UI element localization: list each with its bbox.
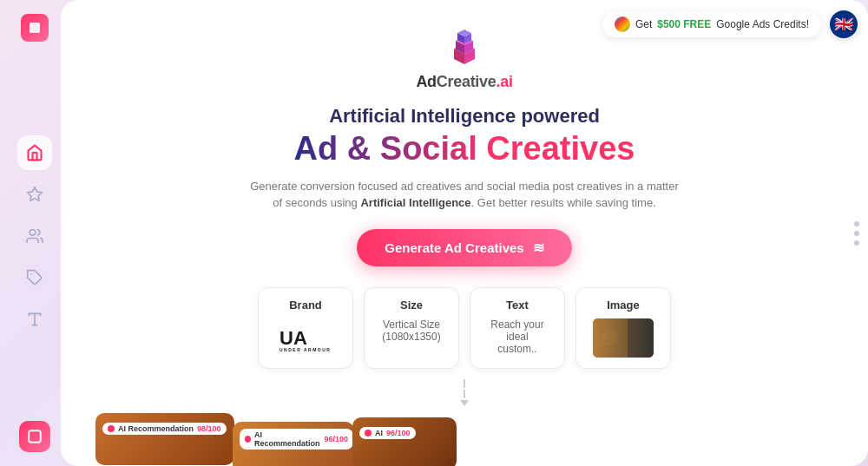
flow-arrow — [460, 379, 469, 406]
badge3-text: AI — [375, 429, 383, 437]
arrow-line-2 — [464, 390, 465, 398]
dot-3 — [854, 240, 859, 246]
svg-marker-1 — [28, 187, 43, 201]
brand-card-header: Brand — [289, 299, 322, 312]
svg-point-2 — [30, 230, 36, 236]
cards-row: Brand UA UNDER ARMOUR Size Vertical Size… — [258, 287, 671, 369]
ai-dot — [108, 425, 115, 432]
text-card-header: Text — [506, 299, 529, 312]
sidebar-bottom-icon[interactable] — [19, 421, 50, 452]
text-card-body: Reach your ideal custom.. — [490, 318, 543, 355]
sidebar-logo-icon — [21, 14, 49, 42]
image-thumbnail — [593, 318, 654, 358]
ai-recommendation-badge-3: AI 96/100 — [359, 427, 416, 439]
ai-dot-3 — [365, 430, 372, 436]
dot-2 — [854, 231, 859, 236]
cta-label: Generate Ad Creatives — [385, 240, 523, 255]
google-ads-highlight: $500 FREE — [657, 18, 711, 30]
badge1-text: AI Recommendation — [118, 424, 194, 433]
preview-bar: AI Recommendation 98/100 AI Recommendati… — [78, 413, 851, 466]
ai-recommendation-badge-2: AI Recommendation 96/100 — [240, 429, 353, 450]
hero-description: Generate conversion focused ad creatives… — [247, 178, 681, 212]
google-ads-icon — [615, 16, 630, 32]
svg-rect-18 — [593, 318, 654, 358]
cta-icon: ≋ — [533, 240, 544, 256]
text-card[interactable]: Text Reach your ideal custom.. — [470, 287, 565, 369]
google-ads-suffix: Google Ads Credits! — [716, 18, 809, 30]
hero-desc-suffix: . Get better results while saving time. — [471, 196, 656, 209]
hero-title: Ad & Social Creatives — [294, 131, 635, 167]
sidebar-item-favorites[interactable] — [17, 177, 52, 212]
sidebar-item-tags[interactable] — [17, 260, 52, 295]
preview-card-1: AI Recommendation 98/100 — [95, 413, 234, 465]
badge3-score: 96/100 — [386, 429, 411, 437]
dot-1 — [854, 221, 859, 226]
svg-rect-19 — [593, 318, 628, 358]
flag-emoji: 🇬🇧 — [834, 15, 853, 34]
ai-dot-2 — [245, 436, 251, 443]
badge2-text: AI Recommendation — [254, 430, 320, 448]
generate-ad-creatives-button[interactable]: Generate Ad Creatives ≋ — [357, 229, 571, 266]
sidebar — [0, 0, 69, 466]
svg-point-21 — [602, 329, 619, 346]
size-card-body: Vertical Size (1080x1350) — [382, 318, 440, 343]
sidebar-item-home[interactable] — [17, 135, 52, 170]
svg-rect-6 — [29, 430, 41, 443]
brand-logo: UA UNDER ARMOUR — [275, 318, 336, 353]
logo-text: AdCreative.ai — [416, 73, 512, 91]
image-card-header: Image — [607, 299, 640, 312]
svg-text:UA: UA — [279, 327, 307, 349]
svg-rect-20 — [628, 318, 654, 358]
svg-rect-0 — [30, 23, 40, 33]
preview-card-3: AI 96/100 — [352, 417, 457, 466]
google-ads-badge[interactable]: Get $500 FREE Google Ads Credits! — [602, 11, 821, 37]
brand-card[interactable]: Brand UA UNDER ARMOUR — [258, 287, 353, 369]
logo-icon — [444, 26, 485, 68]
sidebar-item-text[interactable] — [17, 302, 52, 337]
preview-card-2: AI Recommendation 96/100 — [233, 422, 354, 466]
image-card[interactable]: Image — [575, 287, 671, 369]
svg-text:UNDER ARMOUR: UNDER ARMOUR — [279, 347, 331, 352]
arrow-head — [460, 400, 469, 406]
arrow-line — [464, 379, 465, 388]
badge2-score: 96/100 — [325, 435, 349, 443]
badge1-score: 98/100 — [197, 424, 221, 433]
logo: AdCreative.ai — [416, 26, 512, 91]
size-card[interactable]: Size Vertical Size (1080x1350) — [364, 287, 459, 369]
sidebar-item-users[interactable] — [17, 219, 52, 253]
sidebar-bottom — [19, 421, 50, 452]
right-dots — [854, 221, 859, 246]
main-content: AdCreative.ai Artificial Intelligence po… — [61, 0, 868, 466]
top-bar: Get $500 FREE Google Ads Credits! 🇬🇧 — [602, 10, 858, 38]
language-selector[interactable]: 🇬🇧 — [830, 10, 858, 38]
hero-desc-bold: Artificial Intelligence — [360, 196, 470, 209]
size-card-header: Size — [400, 299, 423, 312]
google-ads-text: Get — [635, 18, 652, 30]
ai-recommendation-badge-1: AI Recommendation 98/100 — [102, 423, 227, 435]
hero-subtitle: Artificial Intelligence powered — [329, 105, 600, 128]
